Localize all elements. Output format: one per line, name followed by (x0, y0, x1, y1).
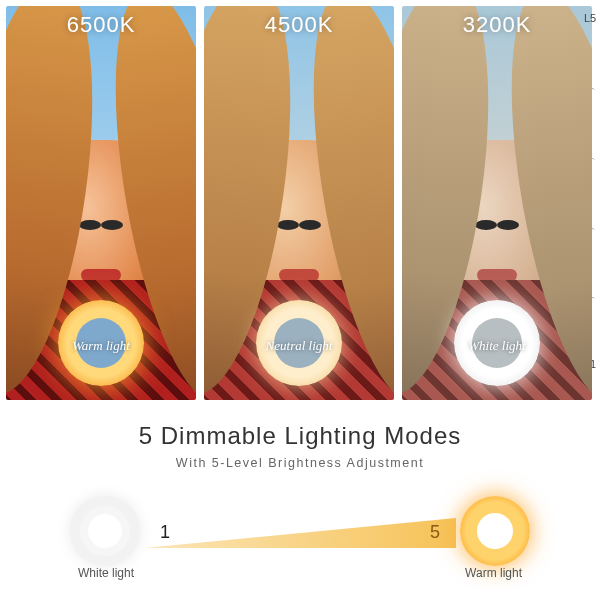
temp-label: 4500K (265, 12, 334, 38)
temp-label: 6500K (67, 12, 136, 38)
temp-label: 3200K (463, 12, 532, 38)
ring-white-icon (70, 496, 140, 566)
info-section: 5 Dimmable Lighting Modes With 5-Level B… (0, 400, 600, 576)
ring-label: Warm light (72, 338, 130, 354)
section-title: 5 Dimmable Lighting Modes (24, 422, 576, 450)
ring-label: Neutral light (266, 338, 333, 354)
scale-max: 5 (430, 522, 440, 543)
chevron-up-icon: ︿ (584, 219, 596, 233)
chevron-up-icon: ︿ (584, 149, 596, 163)
gradient-wedge (144, 518, 456, 548)
section-subtitle: With 5-Level Brightness Adjustment (24, 456, 576, 470)
ring-label: White light (468, 338, 525, 354)
chevron-up-icon: ︿ (584, 79, 596, 93)
panel-warm: 6500K Warm light (6, 6, 196, 400)
comparison-gallery: 6500K Warm light 4500K Neutral light 320… (0, 0, 600, 400)
scale-left-label: White light (78, 566, 134, 580)
panel-neutral: 4500K Neutral light (204, 6, 394, 400)
scale-right-label: Warm light (465, 566, 522, 580)
ring-warm-icon (460, 496, 530, 566)
scale-min: 1 (160, 522, 170, 543)
level-top: L5 (584, 12, 596, 24)
panel-white: 3200K White light (402, 6, 592, 400)
brightness-scale: 1 5 White light Warm light (64, 496, 536, 576)
